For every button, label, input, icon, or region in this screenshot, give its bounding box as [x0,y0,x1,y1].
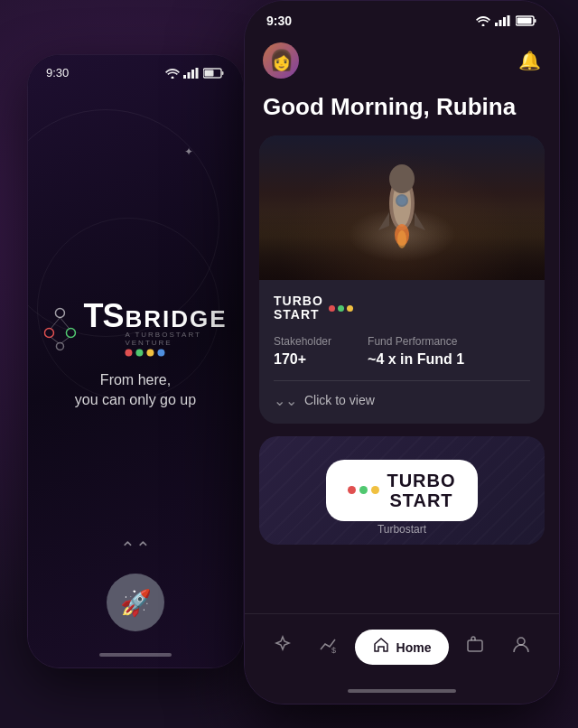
turbo-dot-yellow [347,305,353,312]
dot-green [135,349,143,356]
svg-marker-27 [378,212,389,230]
bridge-word: BRIDGE [125,307,227,331]
svg-rect-23 [517,18,532,24]
battery-icon [203,68,225,79]
svg-marker-28 [415,212,425,230]
stat-performance-label: Fund Performance [368,335,464,348]
wifi-icon [165,68,180,79]
stat-stakeholder-value: 170+ [274,351,331,368]
right-status-icons [476,15,537,26]
left-time: 9:30 [46,66,69,79]
stat-stakeholder-label: Stakeholder [274,335,331,348]
left-logo-area: TS BRIDGE A TURBOSTART VENTURE [43,300,227,411]
turbostart-card-label: Turbostart [378,523,426,536]
bridge-logo-text: TS BRIDGE A TURBOSTART VENTURE [83,300,227,356]
bell-icon[interactable]: 🔔 [518,50,541,71]
nav-profile[interactable] [500,628,542,667]
rocket-illustration [366,154,438,262]
svg-rect-6 [222,71,224,75]
greeting-text: Good Morning, Rubina [245,89,559,135]
ts-letters: TS [83,300,123,332]
svg-rect-4 [196,68,199,79]
card-rocket-image [259,135,545,280]
home-indicator-right [245,680,559,704]
dot-red [125,349,132,356]
svg-point-32 [397,230,406,248]
click-to-view-button[interactable]: ⌄⌄ Click to view [274,392,530,409]
profile-icon [511,635,531,659]
svg-point-16 [482,24,485,27]
svg-rect-19 [503,17,506,26]
svg-text:$: $ [331,646,336,655]
right-wifi-icon [476,15,490,26]
stat-stakeholder: Stakeholder 170+ [274,335,331,368]
turbo-label-line1: TURBO [274,294,323,308]
svg-rect-7 [205,70,214,76]
explore-icon [273,635,293,659]
home-indicator-left [99,653,172,657]
chevron-down-icon: ⌄⌄ [274,392,297,409]
venture-subtitle: A TURBOSTART VENTURE [125,331,227,347]
bottom-nav: $ Home [245,613,559,680]
nav-explore[interactable] [262,628,303,667]
right-status-bar: 9:30 [245,1,559,35]
click-to-view-label: Click to view [304,393,375,407]
svg-point-8 [55,308,64,317]
avatar[interactable]: 👩 [263,42,299,79]
dot-blue [157,349,164,356]
badge-dot-green [359,486,368,494]
svg-rect-18 [499,20,502,26]
card-divider [274,380,530,381]
right-header: 👩 🔔 [245,35,559,89]
right-time: 9:30 [266,14,292,28]
phone-right: 9:30 [244,0,560,705]
home-label: Home [396,640,432,655]
nav-portfolio[interactable] [454,628,496,667]
stat-performance: Fund Performance ~4 x in Fund 1 [368,335,464,368]
rocket-button[interactable]: 🚀 [107,574,164,631]
right-signal-icon [495,15,511,26]
node-graphic [43,305,76,350]
svg-line-15 [61,337,69,342]
left-tagline: From here, you can only go up [75,370,196,411]
dot-yellow [146,349,154,356]
portfolio-icon [465,635,485,659]
right-scroll-area: TURBO START Stake [245,135,559,613]
svg-rect-22 [535,19,536,23]
growth-icon: $ [319,635,339,659]
scene: 9:30 [0,0,578,728]
svg-line-12 [51,317,60,328]
turbo-label-line2: START [274,308,323,322]
svg-point-11 [56,342,63,350]
badge-line2: START [387,490,455,510]
svg-rect-34 [468,640,482,651]
svg-rect-20 [508,15,510,26]
svg-rect-2 [188,72,191,79]
logo-dots [125,349,227,356]
stat-performance-value: ~4 x in Fund 1 [368,351,464,368]
nav-growth[interactable]: $ [308,628,350,667]
right-battery-icon [516,15,537,26]
signal-icon [183,68,200,79]
ts-bridge-logo: TS BRIDGE A TURBOSTART VENTURE [43,300,227,356]
svg-point-35 [517,638,525,645]
ts-badge-dots [348,486,379,494]
svg-point-26 [389,164,415,193]
svg-line-13 [60,317,69,328]
svg-rect-1 [183,75,186,79]
turbostart-logo: TURBO START [274,294,530,322]
card-body: TURBO START Stake [259,280,545,424]
nav-home[interactable]: Home [355,630,450,665]
badge-dot-red [348,486,356,494]
chevron-up-icon: ⌃⌃ [120,537,151,559]
card-stats: Stakeholder 170+ Fund Performance ~4 x i… [274,335,530,368]
invest-card: TURBO START Stake [259,135,545,424]
ts-badge[interactable]: TURBO START [326,460,477,521]
turbo-dot-green [338,305,344,312]
home-icon [373,637,389,658]
turbostart-card: TURBO START Turbostart [259,436,545,545]
turbo-dot-red [329,305,335,312]
svg-line-14 [51,337,58,342]
svg-point-9 [44,328,53,337]
badge-line1: TURBO [387,471,455,490]
